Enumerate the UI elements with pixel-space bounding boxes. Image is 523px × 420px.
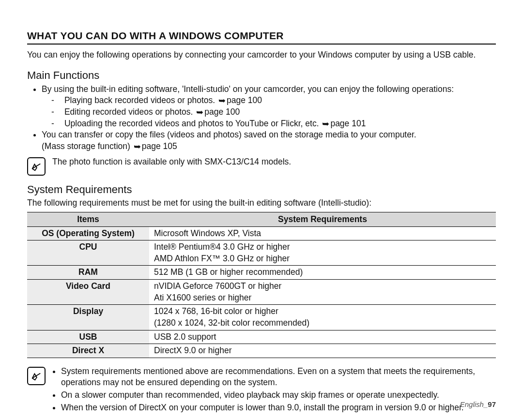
list-item: Playing back recorded videos or photos. … xyxy=(54,95,496,106)
note-icon xyxy=(27,367,46,385)
main-functions-heading: Main Functions xyxy=(27,69,496,82)
list-item: On a slower computer than recommended, v… xyxy=(61,390,496,401)
arrow-right-icon: ➥ xyxy=(322,119,329,130)
table-value: 512 MB (1 GB or higher recommended) xyxy=(149,266,496,280)
table-value: Microsoft Windows XP, Vista xyxy=(149,226,496,240)
footer-page: 97 xyxy=(488,400,496,408)
footer-notes-list: System requirements mentioned above are … xyxy=(52,366,496,415)
main-functions-list: By using the built-in editing software, … xyxy=(27,84,496,152)
table-item: OS (Operating System) xyxy=(27,226,149,240)
note-icon xyxy=(27,157,46,176)
list-item: By using the built-in editing software, … xyxy=(42,84,496,130)
table-value: Intel® Pentium®4 3.0 GHz or higherAMD At… xyxy=(149,240,496,266)
list-item: Editing recorded videos or photos. ➥page… xyxy=(54,106,496,118)
requirements-table: Items System Requirements OS (Operating … xyxy=(27,212,496,358)
arrow-right-icon: ➥ xyxy=(134,141,141,153)
intro-text: You can enjoy the following operations b… xyxy=(27,49,496,60)
arrow-right-icon: ➥ xyxy=(218,95,226,107)
page-footer: English_97 xyxy=(460,400,496,408)
sub-text: Playing back recorded videos or photos. xyxy=(64,95,217,105)
bullet-text: By using the built-in editing software, … xyxy=(42,84,454,94)
table-item: Display xyxy=(27,305,149,330)
page-ref: page 100 xyxy=(227,95,262,105)
sub-text: Uploading the recorded videos and photos… xyxy=(64,119,322,128)
table-row: CPUIntel® Pentium®4 3.0 GHz or higherAMD… xyxy=(27,240,496,266)
table-value: nVIDIA Geforce 7600GT or higherAti X1600… xyxy=(149,280,496,305)
arrow-right-icon: ➥ xyxy=(196,107,203,119)
photo-note: The photo function is available only wit… xyxy=(27,156,496,176)
sub-list: Playing back recorded videos or photos. … xyxy=(42,95,496,129)
table-item: Direct X xyxy=(27,344,149,358)
table-row: Display1024 x 768, 16-bit color or highe… xyxy=(27,305,496,330)
list-item: Uploading the recorded videos and photos… xyxy=(54,118,496,130)
footer-lang: English xyxy=(460,400,484,408)
sub-text: Editing recorded videos or photos. xyxy=(64,107,195,117)
table-value: DirectX 9.0 or higher xyxy=(149,344,496,358)
page-ref: page 100 xyxy=(204,107,240,117)
table-value: USB 2.0 support xyxy=(149,330,496,344)
list-item: When the version of DirectX on your comp… xyxy=(61,402,496,414)
bullet-text: You can transfer or copy the files (vide… xyxy=(42,130,416,139)
table-item: RAM xyxy=(27,266,149,280)
page-title: WHAT YOU CAN DO WITH A WINDOWS COMPUTER xyxy=(27,30,496,45)
system-requirements-intro: The following requirements must be met f… xyxy=(27,198,496,208)
list-item: System requirements mentioned above are … xyxy=(61,366,496,389)
table-row: Video CardnVIDIA Geforce 7600GT or highe… xyxy=(27,280,496,305)
table-item: USB xyxy=(27,330,149,344)
table-value: 1024 x 768, 16-bit color or higher(1280 … xyxy=(149,305,496,330)
table-row: Direct XDirectX 9.0 or higher xyxy=(27,344,496,358)
footer-notes: System requirements mentioned above are … xyxy=(27,366,496,415)
bullet-text: (Mass storage function) xyxy=(42,141,133,151)
note-text: The photo function is available only wit… xyxy=(52,156,496,168)
table-row: OS (Operating System)Microsoft Windows X… xyxy=(27,226,496,240)
table-header-items: Items xyxy=(27,212,149,226)
table-item: Video Card xyxy=(27,280,149,305)
table-item: CPU xyxy=(27,240,149,266)
table-row: RAM512 MB (1 GB or higher recommended) xyxy=(27,266,496,280)
page-ref: page 105 xyxy=(142,141,177,151)
table-row: USBUSB 2.0 support xyxy=(27,330,496,344)
table-header-req: System Requirements xyxy=(149,212,496,226)
system-requirements-heading: System Requirements xyxy=(27,183,496,196)
page-ref: page 101 xyxy=(330,119,366,128)
list-item: You can transfer or copy the files (vide… xyxy=(42,129,496,152)
